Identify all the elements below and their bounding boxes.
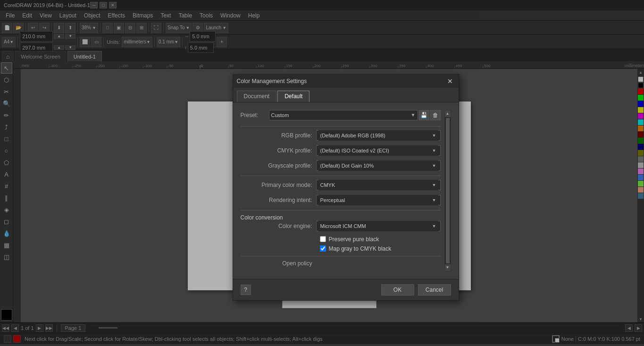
dialog-title-text: Color Management Settings xyxy=(237,78,307,84)
rgb-profile-select[interactable]: (Default) Adobe RGB (1998) ▼ xyxy=(316,130,441,141)
color-engine-row: Color engine: Microsoft ICM CMM ▼ xyxy=(241,221,441,231)
preset-label-text: Preset: xyxy=(241,112,269,118)
dialog-help-button[interactable]: ? xyxy=(241,285,251,295)
primary-color-mode-select[interactable]: CMYK ▼ xyxy=(316,180,441,190)
scroll-thumb[interactable] xyxy=(446,118,450,263)
rgb-profile-wrapper[interactable]: (Default) Adobe RGB (1998) ▼ xyxy=(318,130,438,141)
primary-color-mode-dropdown[interactable]: CMYK xyxy=(318,180,438,190)
primary-color-mode-wrapper[interactable]: CMYK ▼ xyxy=(318,180,438,190)
separator-4 xyxy=(241,256,441,256)
map-gray-row: Map gray to CMYK black xyxy=(241,245,441,252)
preset-select[interactable]: Custom ▼ xyxy=(269,110,418,120)
grayscale-profile-row: Grayscale profile: (Default) Dot Gain 10… xyxy=(241,160,441,171)
preset-dropdown-arrow: ▼ xyxy=(411,112,416,118)
color-engine-wrapper[interactable]: Microsoft ICM CMM ▼ xyxy=(318,221,438,231)
dialog-tab-document-label: Document xyxy=(244,93,270,100)
grayscale-profile-dropdown[interactable]: (Default) Dot Gain 10% xyxy=(318,160,438,171)
color-conversion-label: Color conversion xyxy=(241,214,283,221)
preset-value-text: Custom xyxy=(271,112,289,118)
dialog-overlay: Color Management Settings ✕ Document Def… xyxy=(0,0,644,346)
dialog-cancel-button[interactable]: Cancel xyxy=(418,284,451,295)
dialog-scrollbar: ▲ ▼ xyxy=(444,110,451,271)
dialog-ok-button[interactable]: OK xyxy=(381,284,414,295)
map-gray-label[interactable]: Map gray to CMYK black xyxy=(329,245,392,252)
color-conversion-section: Color conversion xyxy=(241,214,441,221)
preset-delete-button[interactable]: 🗑 xyxy=(430,110,441,120)
cmyk-profile-dropdown[interactable]: (Default) ISO Coated v2 (ECI) xyxy=(318,145,438,156)
preserve-black-row: Preserve pure black xyxy=(241,236,441,243)
cmyk-profile-select[interactable]: (Default) ISO Coated v2 (ECI) ▼ xyxy=(316,145,441,156)
scroll-up-arrow[interactable]: ▲ xyxy=(445,110,451,117)
rgb-profile-dropdown[interactable]: (Default) Adobe RGB (1998) xyxy=(318,130,438,141)
color-management-dialog: Color Management Settings ✕ Document Def… xyxy=(233,74,459,301)
scroll-down-arrow[interactable]: ▼ xyxy=(445,264,451,271)
dialog-content: Preset: Custom ▼ 💾 🗑 RGB profile: xyxy=(233,102,459,279)
dialog-scrollable: Preset: Custom ▼ 💾 🗑 RGB profile: xyxy=(241,110,441,271)
primary-color-mode-row: Primary color mode: CMYK ▼ xyxy=(241,180,441,190)
open-policy-label: Open policy xyxy=(241,260,316,267)
cmyk-profile-row: CMYK profile: (Default) ISO Coated v2 (E… xyxy=(241,145,441,156)
preset-save-button[interactable]: 💾 xyxy=(419,110,429,120)
dialog-footer: ? OK Cancel xyxy=(233,279,459,300)
preserve-black-label[interactable]: Preserve pure black xyxy=(329,236,379,243)
color-engine-label: Color engine: xyxy=(241,223,316,229)
dialog-tab-default-label: Default xyxy=(284,93,302,100)
dialog-tab-bar: Document Default xyxy=(233,88,459,102)
grayscale-profile-label: Grayscale profile: xyxy=(241,162,316,169)
cmyk-profile-label: CMYK profile: xyxy=(241,147,316,154)
separator-2 xyxy=(241,176,441,176)
rgb-profile-label: RGB profile: xyxy=(241,132,316,139)
dialog-close-button[interactable]: ✕ xyxy=(445,76,455,86)
rendering-intent-label: Rendering intent: xyxy=(241,197,316,203)
dialog-tab-default[interactable]: Default xyxy=(277,91,309,102)
grayscale-profile-wrapper[interactable]: (Default) Dot Gain 10% ▼ xyxy=(318,160,438,171)
preset-row: Preset: Custom ▼ 💾 🗑 xyxy=(241,110,441,120)
rgb-profile-row: RGB profile: (Default) Adobe RGB (1998) … xyxy=(241,130,441,141)
rendering-intent-select[interactable]: Perceptual ▼ xyxy=(316,195,441,205)
grayscale-profile-select[interactable]: (Default) Dot Gain 10% ▼ xyxy=(316,160,441,171)
dialog-titlebar: Color Management Settings ✕ xyxy=(233,75,459,88)
cmyk-profile-wrapper[interactable]: (Default) ISO Coated v2 (ECI) ▼ xyxy=(318,145,438,156)
separator-1 xyxy=(241,126,441,127)
map-gray-checkbox[interactable] xyxy=(320,245,326,252)
rendering-intent-wrapper[interactable]: Perceptual ▼ xyxy=(318,195,438,205)
dialog-tab-document[interactable]: Document xyxy=(237,91,277,102)
color-engine-dropdown[interactable]: Microsoft ICM CMM xyxy=(318,221,438,231)
color-engine-select[interactable]: Microsoft ICM CMM ▼ xyxy=(316,221,441,231)
rendering-intent-dropdown[interactable]: Perceptual xyxy=(318,195,438,205)
primary-color-mode-label: Primary color mode: xyxy=(241,182,316,188)
rendering-intent-row: Rendering intent: Perceptual ▼ xyxy=(241,195,441,205)
separator-3 xyxy=(241,210,441,211)
preserve-black-checkbox[interactable] xyxy=(320,236,326,242)
open-policy-row: Open policy xyxy=(241,260,441,267)
